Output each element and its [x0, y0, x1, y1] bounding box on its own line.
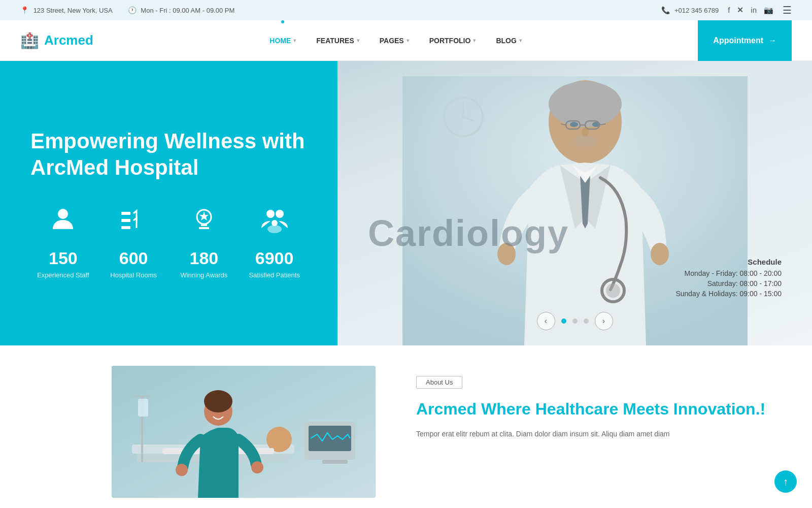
svg-rect-50 [322, 460, 348, 464]
top-bar-left: 📍 123 Street, New York, USA 🕐 Mon - Fri … [20, 6, 234, 14]
header: 🏥 Arcmed HOME ▾ FEATURES ▾ PAGES ▾ PORTF… [0, 20, 812, 61]
social-icons: f ✕ in 📷 [728, 6, 773, 15]
carousel-controls: ‹ › [537, 312, 613, 330]
phone-info: 📞 +012 345 6789 [661, 6, 719, 14]
nav-pages-label: PAGES [380, 37, 404, 45]
stat-hospital-rooms: 600 Hospital Rooms [101, 207, 166, 279]
stat-experienced-staff: 150 Experienced Staff [30, 207, 96, 279]
svg-point-14 [267, 225, 282, 233]
hours-text: Mon - Fri : 09.00 AM - 09.00 PM [141, 7, 234, 14]
hero-section: Empowering Wellness with ArcMed Hospital… [0, 61, 812, 345]
svg-point-45 [204, 390, 232, 412]
nav-portfolio[interactable]: PORTFOLIO ▾ [419, 20, 486, 61]
nav-blog[interactable]: BLOG ▾ [486, 20, 531, 61]
carousel-dot-2[interactable] [572, 319, 578, 324]
stats-grid: 150 Experienced Staff 600 Hospital Ro [30, 207, 307, 279]
appointment-arrow: → [768, 36, 776, 45]
stat-patients: 6900 Satisfied Patients [242, 207, 307, 279]
logo[interactable]: 🏥 Arcmed [20, 31, 93, 49]
schedule-box: Schedule Monday - Friday: 08:00 - 20:00 … [675, 258, 782, 300]
svg-point-46 [176, 464, 188, 476]
scroll-top-icon: ↑ [783, 476, 788, 488]
nav-features-chevron: ▾ [357, 38, 359, 43]
stat-awards: 180 Winning Awards [172, 207, 237, 279]
hero-right-panel: Cardiology Schedule Monday - Friday: 08:… [337, 61, 812, 345]
about-tag: About Us [416, 376, 462, 389]
svg-rect-4 [121, 212, 130, 215]
doctor-illustration [337, 61, 812, 345]
next-icon: › [602, 316, 605, 326]
logo-text: Arcmed [44, 33, 93, 48]
location-icon: 📍 [20, 6, 29, 14]
nav-features[interactable]: FEATURES ▾ [306, 20, 369, 61]
appointment-button[interactable]: Appointment → [698, 20, 792, 61]
nav-home-chevron: ▾ [293, 38, 296, 43]
svg-point-22 [549, 81, 622, 127]
about-image [112, 366, 376, 498]
main-nav: HOME ▾ FEATURES ▾ PAGES ▾ PORTFOLIO ▾ BL… [259, 20, 532, 61]
linkedin-icon[interactable]: in [751, 6, 757, 15]
hero-left-panel: Empowering Wellness with ArcMed Hospital… [0, 61, 337, 345]
patients-icon [260, 207, 289, 241]
about-content: About Us Arcmed Where Healthcare Meets I… [376, 366, 812, 498]
instagram-icon[interactable]: 📷 [764, 6, 773, 15]
schedule-title: Schedule [675, 258, 782, 266]
nav-blog-chevron: ▾ [519, 38, 522, 43]
svg-point-33 [606, 283, 620, 298]
svg-point-13 [276, 210, 284, 218]
patients-number: 6900 [255, 248, 294, 268]
svg-rect-10 [201, 224, 207, 226]
svg-point-0 [58, 209, 68, 219]
svg-rect-1 [60, 223, 66, 226]
specialty-text: Cardiology [368, 212, 569, 254]
staff-number: 150 [49, 248, 78, 268]
nav-home[interactable]: HOME ▾ [259, 20, 306, 61]
about-desc: Tempor erat elitr rebum at clita. Diam d… [416, 428, 771, 440]
nav-pages-chevron: ▾ [407, 38, 409, 43]
menu-icon[interactable]: ☰ [783, 4, 792, 16]
nav-features-label: FEATURES [316, 37, 354, 45]
svg-point-23 [570, 122, 578, 127]
svg-rect-7 [121, 226, 130, 229]
svg-point-12 [266, 210, 275, 218]
awards-number: 180 [190, 248, 219, 268]
staff-label: Experienced Staff [37, 271, 89, 279]
rooms-number: 600 [119, 248, 148, 268]
svg-rect-43 [138, 399, 148, 417]
address-info: 📍 123 Street, New York, USA [20, 6, 113, 14]
carousel-dot-1[interactable] [561, 319, 566, 324]
hours-info: 🕐 Mon - Fri : 09.00 AM - 09.00 PM [128, 6, 235, 14]
schedule-row-2: Saturday: 08:00 - 17:00 [675, 279, 782, 288]
address-text: 123 Street, New York, USA [33, 7, 113, 14]
nav-home-label: HOME [269, 37, 291, 45]
staff-icon [49, 207, 77, 241]
prev-icon: ‹ [545, 316, 547, 326]
awards-icon [190, 207, 218, 241]
carousel-prev[interactable]: ‹ [537, 312, 555, 330]
nav-blog-label: BLOG [496, 37, 516, 45]
patients-label: Satisfied Patients [249, 271, 299, 279]
svg-marker-9 [199, 211, 209, 220]
rooms-label: Hospital Rooms [110, 271, 157, 279]
phone-icon: 📞 [661, 6, 670, 14]
rooms-icon [119, 207, 148, 241]
scroll-top-button[interactable]: ↑ [774, 470, 797, 493]
svg-rect-49 [309, 426, 351, 451]
schedule-row-3: Sunday & Holidays: 09:00 - 15:00 [675, 290, 782, 298]
top-bar-right: 📞 +012 345 6789 f ✕ in 📷 ☰ [661, 4, 792, 16]
schedule-row-1: Monday - Friday: 08:00 - 20:00 [675, 269, 782, 277]
nav-pages[interactable]: PAGES ▾ [369, 20, 419, 61]
about-section: About Us Arcmed Where Healthcare Meets I… [0, 345, 812, 498]
top-bar: 📍 123 Street, New York, USA 🕐 Mon - Fri … [0, 0, 812, 20]
carousel-dot-3[interactable] [584, 319, 589, 324]
awards-label: Winning Awards [180, 271, 227, 279]
appointment-label: Appointment [713, 36, 763, 45]
phone-number: +012 345 6789 [674, 7, 719, 14]
svg-rect-6 [121, 219, 130, 222]
twitter-icon[interactable]: ✕ [737, 6, 743, 15]
facebook-icon[interactable]: f [728, 6, 730, 15]
carousel-next[interactable]: › [595, 312, 613, 330]
logo-icon: 🏥 [20, 31, 39, 49]
svg-point-31 [574, 135, 596, 147]
about-title: Arcmed Where Healthcare Meets Innovation… [416, 399, 771, 420]
